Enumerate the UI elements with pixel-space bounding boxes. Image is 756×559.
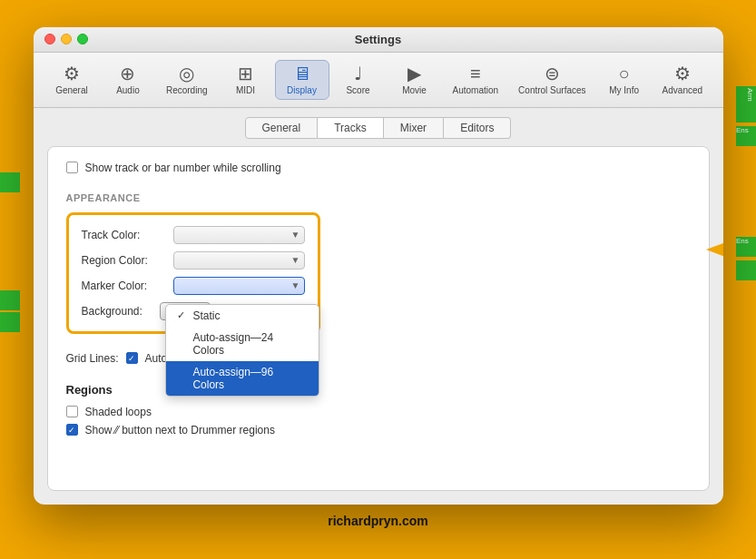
toolbar-item-audio[interactable]: ⊕ Audio (101, 61, 155, 99)
track-color-label: Track Color: (82, 229, 168, 241)
drummer-regions-row: ✓ Show ⁄⁄ button next to Drummer regions (66, 424, 691, 436)
marker-color-row: Marker Color: ▼ ✓ Static (82, 277, 305, 295)
region-color-dropdown[interactable]: ▼ (173, 251, 305, 270)
left-sidebar-strips (0, 0, 20, 559)
toolbar-item-my-info[interactable]: ○ My Info (597, 61, 652, 99)
shaded-loops-row: Shaded loops (66, 406, 691, 418)
tab-editors[interactable]: Editors (444, 117, 511, 139)
tab-mixer[interactable]: Mixer (384, 117, 444, 139)
dropdown-option-static[interactable]: ✓ Static (166, 305, 319, 327)
tab-general[interactable]: General (245, 117, 319, 139)
title-bar: Settings (34, 27, 723, 53)
right-green-strip-4 (736, 260, 756, 280)
toolbar-item-automation[interactable]: ≡ Automation (444, 61, 508, 99)
dropdown-option-auto24[interactable]: Auto-assign—24 Colors (166, 327, 319, 361)
close-button[interactable] (44, 34, 55, 44)
outer-wrapper: Arm Ens Ens Settings ⚙ General (0, 0, 756, 559)
right-sidebar-strips: Arm Ens Ens (736, 0, 756, 559)
movie-icon: ▶ (407, 64, 421, 83)
toolbar-item-general[interactable]: ⚙ General (44, 61, 99, 99)
gear-icon: ⚙ (64, 64, 80, 83)
chevron-down-icon-2: ▼ (291, 255, 300, 265)
toolbar-item-movie[interactable]: ▶ Movie (388, 61, 442, 99)
show-track-row: Show track or bar number while scrolling (66, 162, 691, 174)
shaded-loops-label: Shaded loops (85, 406, 152, 418)
midi-icon: ⊞ (238, 64, 253, 83)
tab-tracks[interactable]: Tracks (318, 117, 384, 139)
left-green-strip-3 (0, 312, 20, 332)
drummer-checkbox[interactable]: ✓ (66, 424, 78, 436)
region-color-row: Region Color: ▼ (82, 251, 305, 270)
maximize-button[interactable] (77, 34, 88, 44)
shaded-loops-checkbox[interactable] (66, 406, 78, 417)
record-icon: ◎ (179, 64, 194, 83)
website-label: richardpryn.com (328, 505, 427, 533)
marker-color-dropdown[interactable]: ▼ (173, 277, 305, 295)
automation-icon: ≡ (470, 64, 481, 83)
left-green-strip-2 (0, 290, 20, 310)
left-green-strip-1 (0, 172, 20, 192)
background-label: Background: (82, 305, 154, 318)
display-icon: 🖥 (293, 64, 311, 83)
color-dropdown-menu: ✓ Static Auto-assign—24 Colors Auto-assi (165, 304, 319, 397)
show-track-label: Show track or bar number while scrolling (85, 162, 281, 174)
sub-tabs: General Tracks Mixer Editors (34, 108, 723, 146)
appearance-highlight-box: Track Color: ▼ Region Color: ▼ (66, 212, 320, 334)
toolbar-item-advanced[interactable]: ⚙ Advanced (653, 61, 712, 99)
region-color-label: Region Color: (82, 254, 168, 267)
toolbar-item-control-surfaces[interactable]: ⊜ Control Surfaces (509, 61, 594, 99)
right-green-strip-3: Ens (736, 237, 756, 257)
toolbar-item-midi[interactable]: ⊞ MIDI (219, 61, 273, 99)
window-title: Settings (355, 33, 401, 46)
traffic-lights (44, 34, 88, 44)
appearance-section: Appearance Track Color: ▼ (66, 192, 691, 334)
content-area: Show track or bar number while scrolling… (47, 146, 710, 491)
settings-window: Settings ⚙ General ⊕ Audio ◎ Recording ⊞ (34, 27, 723, 505)
marker-color-label: Marker Color: (82, 280, 168, 292)
show-track-checkbox[interactable] (66, 162, 78, 173)
right-green-strip-1: Arm (736, 86, 756, 123)
chevron-down-icon-3: ▼ (291, 280, 300, 290)
toolbar-item-recording[interactable]: ◎ Recording (157, 61, 217, 99)
toolbar-item-score[interactable]: ♩ Score (331, 61, 386, 99)
arrow-annotation (695, 227, 723, 272)
track-color-dropdown[interactable]: ▼ (173, 226, 305, 244)
regions-section: Regions Shaded loops ✓ Show ⁄⁄ button ne… (66, 383, 691, 436)
toolbar-item-display[interactable]: 🖥 Display (275, 60, 329, 100)
person-icon: ○ (619, 64, 630, 83)
control-surfaces-icon: ⊜ (545, 64, 560, 83)
advanced-icon: ⚙ (674, 64, 691, 83)
toolbar: ⚙ General ⊕ Audio ◎ Recording ⊞ MIDI 🖥 (34, 53, 723, 108)
drummer-label: Show ⁄⁄ button next to Drummer regions (85, 424, 275, 436)
grid-lines-checkbox[interactable]: ✓ (126, 352, 138, 364)
regions-header: Regions (66, 383, 691, 397)
appearance-header: Appearance (66, 192, 691, 203)
score-icon: ♩ (354, 64, 362, 83)
track-color-row: Track Color: ▼ (82, 226, 305, 244)
grid-lines-row: Grid Lines: ✓ Automatic (66, 352, 691, 365)
grid-lines-label: Grid Lines: (66, 352, 119, 365)
right-green-strip-2: Ens (736, 126, 756, 146)
audio-icon: ⊕ (120, 64, 135, 83)
dropdown-option-auto96[interactable]: Auto-assign—96 Colors (166, 361, 319, 396)
chevron-down-icon: ▼ (291, 230, 300, 240)
minimize-button[interactable] (61, 34, 72, 44)
